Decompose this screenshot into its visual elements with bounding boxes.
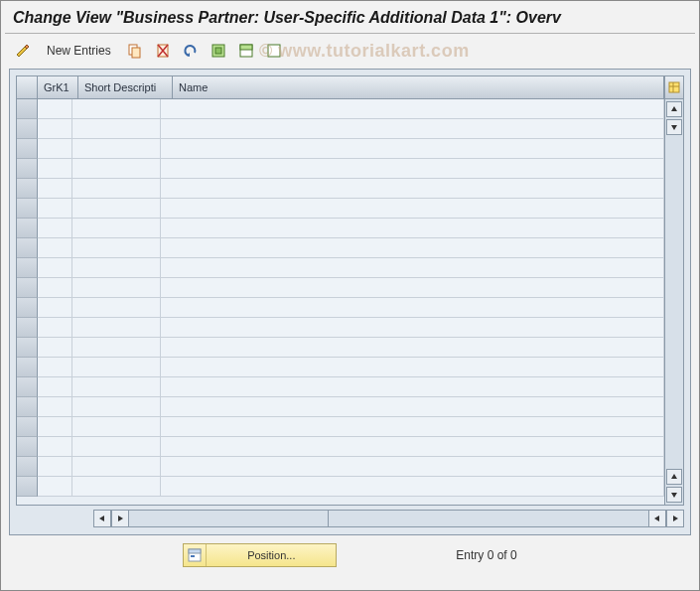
select-block-button[interactable] <box>234 40 258 62</box>
row-selector[interactable] <box>17 99 38 119</box>
cell-name[interactable] <box>161 199 664 219</box>
cell-name[interactable] <box>161 278 664 298</box>
cell-name[interactable] <box>161 179 664 199</box>
cell-name[interactable] <box>161 238 664 258</box>
undo-change-button[interactable] <box>179 40 203 62</box>
row-selector[interactable] <box>17 417 38 437</box>
cell-short-description[interactable] <box>72 377 161 397</box>
scroll-down-button-2[interactable] <box>666 487 682 503</box>
cell-name[interactable] <box>161 139 664 159</box>
toggle-display-change-button[interactable] <box>11 40 35 62</box>
grid-settings-button[interactable] <box>664 76 683 98</box>
row-selector[interactable] <box>17 179 38 199</box>
cell-grk1[interactable] <box>38 238 72 258</box>
scroll-up-button[interactable] <box>666 101 682 117</box>
cell-grk1[interactable] <box>38 139 72 159</box>
scroll-left-button-2[interactable] <box>648 510 666 527</box>
vertical-scrollbar[interactable] <box>664 99 683 505</box>
row-selector[interactable] <box>17 119 38 139</box>
column-header-name[interactable]: Name <box>173 76 664 98</box>
hscroll-track-2[interactable] <box>328 510 648 527</box>
cell-short-description[interactable] <box>72 298 161 318</box>
cell-short-description[interactable] <box>72 139 161 159</box>
cell-grk1[interactable] <box>38 377 72 397</box>
cell-name[interactable] <box>161 417 664 437</box>
row-selector[interactable] <box>17 338 38 358</box>
cell-short-description[interactable] <box>72 99 161 119</box>
row-selector[interactable] <box>17 437 38 457</box>
row-selector[interactable] <box>17 159 38 179</box>
cell-grk1[interactable] <box>38 457 72 477</box>
cell-short-description[interactable] <box>72 417 161 437</box>
cell-grk1[interactable] <box>38 437 72 457</box>
cell-grk1[interactable] <box>38 318 72 338</box>
cell-short-description[interactable] <box>72 318 161 338</box>
cell-name[interactable] <box>161 298 664 318</box>
cell-grk1[interactable] <box>38 338 72 358</box>
cell-short-description[interactable] <box>72 219 161 238</box>
cell-name[interactable] <box>161 119 664 139</box>
row-selector[interactable] <box>17 278 38 298</box>
scroll-right-button-2[interactable] <box>666 510 684 527</box>
cell-grk1[interactable] <box>38 417 72 437</box>
cell-grk1[interactable] <box>38 397 72 417</box>
cell-short-description[interactable] <box>72 358 161 377</box>
cell-short-description[interactable] <box>72 159 161 179</box>
position-button[interactable]: Position... <box>183 543 337 567</box>
cell-name[interactable] <box>161 477 664 497</box>
row-selector[interactable] <box>17 298 38 318</box>
scroll-down-button[interactable] <box>666 119 682 135</box>
cell-name[interactable] <box>161 338 664 358</box>
row-selector[interactable] <box>17 199 38 219</box>
row-selector[interactable] <box>17 358 38 377</box>
row-selector[interactable] <box>17 139 38 159</box>
cell-short-description[interactable] <box>72 437 161 457</box>
cell-grk1[interactable] <box>38 179 72 199</box>
cell-short-description[interactable] <box>72 457 161 477</box>
cell-short-description[interactable] <box>72 477 161 497</box>
cell-short-description[interactable] <box>72 238 161 258</box>
scroll-up-button-2[interactable] <box>666 469 682 485</box>
deselect-all-button[interactable] <box>262 40 286 62</box>
row-selector[interactable] <box>17 318 38 338</box>
cell-grk1[interactable] <box>38 219 72 238</box>
row-selector[interactable] <box>17 258 38 278</box>
cell-grk1[interactable] <box>38 199 72 219</box>
cell-short-description[interactable] <box>72 258 161 278</box>
column-header-short-description[interactable]: Short Descripti <box>78 76 173 98</box>
scroll-right-button[interactable] <box>111 510 129 527</box>
hscroll-track[interactable] <box>129 510 328 527</box>
delete-button[interactable] <box>151 40 175 62</box>
cell-grk1[interactable] <box>38 298 72 318</box>
cell-grk1[interactable] <box>38 159 72 179</box>
scroll-left-button[interactable] <box>93 510 111 527</box>
copy-as-button[interactable] <box>123 40 147 62</box>
cell-name[interactable] <box>161 159 664 179</box>
cell-short-description[interactable] <box>72 397 161 417</box>
cell-name[interactable] <box>161 457 664 477</box>
cell-name[interactable] <box>161 99 664 119</box>
cell-grk1[interactable] <box>38 278 72 298</box>
cell-grk1[interactable] <box>38 119 72 139</box>
cell-short-description[interactable] <box>72 119 161 139</box>
select-all-button[interactable] <box>207 40 230 62</box>
row-selector[interactable] <box>17 238 38 258</box>
column-header-grk1[interactable]: GrK1 <box>38 76 78 98</box>
cell-grk1[interactable] <box>38 477 72 497</box>
cell-short-description[interactable] <box>72 338 161 358</box>
cell-short-description[interactable] <box>72 199 161 219</box>
cell-name[interactable] <box>161 318 664 338</box>
cell-name[interactable] <box>161 219 664 238</box>
cell-name[interactable] <box>161 437 664 457</box>
cell-grk1[interactable] <box>38 358 72 377</box>
row-selector[interactable] <box>17 457 38 477</box>
cell-name[interactable] <box>161 377 664 397</box>
row-selector[interactable] <box>17 377 38 397</box>
cell-name[interactable] <box>161 397 664 417</box>
cell-grk1[interactable] <box>38 258 72 278</box>
cell-name[interactable] <box>161 258 664 278</box>
row-selector[interactable] <box>17 477 38 497</box>
cell-short-description[interactable] <box>72 278 161 298</box>
cell-short-description[interactable] <box>72 179 161 199</box>
cell-name[interactable] <box>161 358 664 377</box>
